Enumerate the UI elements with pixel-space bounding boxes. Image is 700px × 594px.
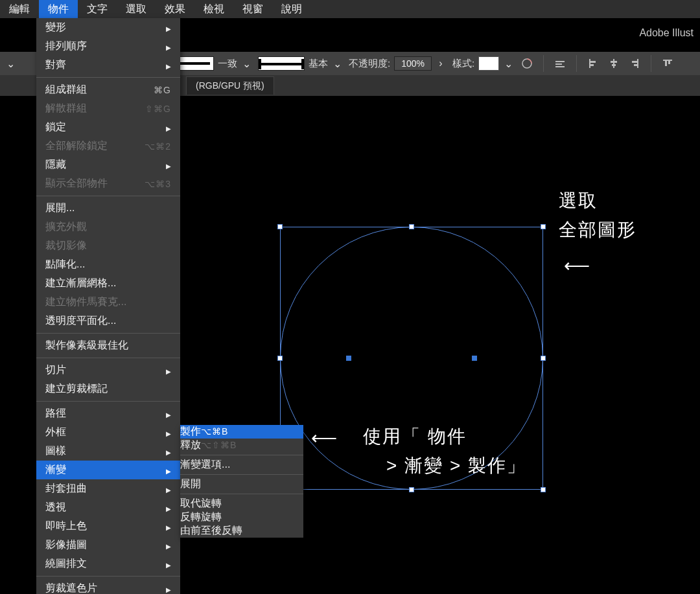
- submenu-arrow-icon: [166, 521, 171, 532]
- stroke-preview[interactable]: 一致 ⌄: [175, 56, 251, 71]
- chevron-down-icon: ⌄: [332, 58, 342, 69]
- menubar-edit[interactable]: 編輯: [0, 0, 39, 19]
- opacity-field[interactable]: 不透明度: 100% ›: [349, 56, 446, 71]
- menu-item[interactable]: 即時上色: [36, 517, 180, 536]
- svg-rect-1: [555, 61, 565, 62]
- menu-item-label: 裁切影像: [45, 239, 87, 253]
- selection-handle[interactable]: [277, 356, 283, 361]
- menu-item[interactable]: 路徑: [36, 404, 180, 423]
- submenu-item[interactable]: 製作⌥⌘B: [180, 425, 303, 439]
- menu-item[interactable]: 組成群組⌘G: [36, 80, 180, 99]
- center-point: [472, 356, 477, 361]
- svg-rect-4: [589, 59, 590, 68]
- align-left-icon[interactable]: [586, 56, 600, 71]
- submenu-arrow-icon: [166, 464, 171, 476]
- menu-item-label: 隱藏: [45, 158, 66, 172]
- menubar-select[interactable]: 選取: [117, 0, 156, 19]
- separator: [576, 55, 577, 72]
- align-right-icon[interactable]: [627, 56, 642, 71]
- align-top-icon[interactable]: [660, 56, 675, 71]
- chevron-right-icon[interactable]: ›: [436, 58, 446, 69]
- align-center-h-icon[interactable]: [607, 56, 621, 71]
- menubar-object[interactable]: 物件: [39, 0, 78, 19]
- selection-handle[interactable]: [541, 224, 546, 229]
- svg-rect-3: [555, 66, 565, 67]
- menu-item-label: 繞圖排文: [45, 557, 87, 571]
- submenu-arrow-icon: [166, 365, 171, 376]
- menubar-window[interactable]: 視窗: [233, 0, 272, 19]
- annotation-instruction: 使用「 物件 > 漸變 > 製作」: [363, 422, 526, 481]
- menu-item[interactable]: 剪裁遮色片: [36, 579, 180, 594]
- svg-rect-9: [612, 64, 616, 66]
- submenu-arrow-icon: [166, 60, 171, 71]
- menu-item-label: 變形: [45, 21, 66, 34]
- menu-shortcut: ⌥⌘2: [145, 141, 171, 152]
- menu-item[interactable]: 透視: [36, 498, 180, 517]
- menu-item-label: 顯示全部物件: [45, 177, 108, 190]
- menu-item[interactable]: 漸變: [36, 461, 180, 479]
- menu-item: 擴充外觀: [36, 218, 180, 236]
- submenu-item: 展開: [180, 477, 303, 491]
- menu-item-label: 剪裁遮色片: [45, 582, 97, 594]
- menu-item-label: 擴充外觀: [45, 220, 87, 234]
- opacity-label: 不透明度:: [349, 58, 390, 70]
- menu-item[interactable]: 外框: [36, 423, 180, 442]
- annotation-select-all: 選取 全部圖形: [559, 187, 636, 245]
- menu-item[interactable]: 圖樣: [36, 442, 180, 461]
- menu-item[interactable]: 變形: [36, 18, 180, 37]
- menu-item[interactable]: 封套扭曲: [36, 479, 180, 498]
- menubar-help[interactable]: 說明: [272, 0, 311, 19]
- menu-item-label: 影像描圖: [45, 538, 87, 552]
- svg-rect-10: [637, 59, 638, 68]
- menu-item-label: 建立漸層網格...: [45, 277, 116, 290]
- menu-item: 全部解除鎖定⌥⌘2: [36, 137, 180, 155]
- chevron-down-icon: ⌄: [5, 58, 16, 69]
- menu-item[interactable]: 隱藏: [36, 155, 180, 174]
- menubar-view[interactable]: 檢視: [194, 0, 233, 19]
- menu-item-label: 透明度平面化...: [45, 314, 116, 328]
- align-panel-icon[interactable]: [553, 56, 567, 71]
- toolbar-left-dropdown[interactable]: ⌄: [5, 58, 16, 69]
- menu-item-label: 建立剪裁標記: [45, 382, 108, 396]
- menu-item-label: 組成群組: [45, 83, 87, 97]
- selection-handle[interactable]: [541, 487, 546, 492]
- menu-item-label: 解散群組: [45, 102, 87, 115]
- menu-item[interactable]: 透明度平面化...: [36, 312, 180, 330]
- recolor-icon[interactable]: [520, 56, 534, 71]
- submenu-item: 由前至後反轉: [180, 524, 303, 538]
- submenu-item[interactable]: 漸變選項...: [180, 458, 303, 472]
- menu-item[interactable]: 影像描圖: [36, 536, 180, 554]
- menu-item[interactable]: 繞圖排文: [36, 554, 180, 573]
- style-field[interactable]: 樣式: ⌄: [452, 56, 513, 71]
- menubar-type[interactable]: 文字: [78, 0, 117, 19]
- document-tab[interactable]: (RGB/GPU 預視): [186, 76, 274, 95]
- brush-profile[interactable]: 基本 ⌄: [258, 56, 342, 71]
- object-menu: 變形排列順序對齊組成群組⌘G解散群組⇧⌘G鎖定全部解除鎖定⌥⌘2隱藏顯示全部物件…: [36, 18, 180, 594]
- svg-rect-7: [613, 59, 614, 68]
- menu-item[interactable]: 排列順序: [36, 37, 180, 56]
- annotation-arrow-icon: ⟵: [564, 255, 590, 277]
- menu-item[interactable]: 建立漸層網格...: [36, 274, 180, 293]
- submenu-item-label: 釋放: [180, 439, 201, 450]
- submenu-arrow-icon: [166, 583, 171, 595]
- style-swatch[interactable]: [478, 56, 499, 71]
- svg-rect-14: [665, 61, 667, 66]
- menu-item-label: 對齊: [45, 58, 66, 72]
- submenu-arrow-icon: [166, 427, 171, 439]
- selection-handle[interactable]: [409, 224, 414, 229]
- menu-item[interactable]: 鎖定: [36, 118, 180, 137]
- submenu-arrow-icon: [166, 408, 171, 420]
- menu-item[interactable]: 製作像素級最佳化: [36, 336, 180, 355]
- selection-handle[interactable]: [409, 487, 414, 492]
- menu-item[interactable]: 切片: [36, 361, 180, 380]
- submenu-arrow-icon: [166, 483, 171, 495]
- selection-handle[interactable]: [277, 224, 283, 229]
- menu-item[interactable]: 點陣化...: [36, 255, 180, 274]
- opacity-value[interactable]: 100%: [394, 56, 432, 71]
- svg-rect-5: [590, 61, 596, 63]
- menubar-effect[interactable]: 效果: [156, 0, 194, 19]
- menu-item[interactable]: 對齊: [36, 56, 180, 74]
- menu-item[interactable]: 建立剪裁標記: [36, 380, 180, 398]
- selection-handle[interactable]: [541, 356, 546, 361]
- menu-item[interactable]: 展開...: [36, 199, 180, 218]
